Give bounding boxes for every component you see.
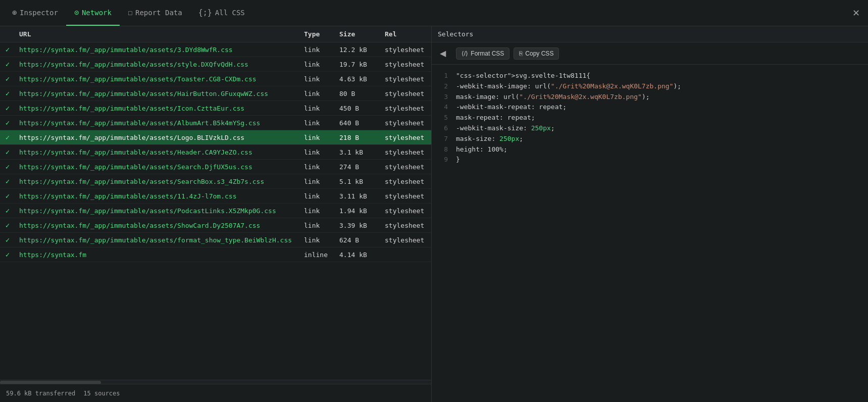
row-size: 624 B	[335, 236, 381, 244]
scrollbar-track[interactable]	[0, 380, 431, 384]
tab-all-css[interactable]: {;} All CSS	[190, 0, 253, 26]
row-rel: stylesheet	[381, 134, 431, 141]
status-footer: 59.6 kB transferred 15 sources	[0, 384, 431, 402]
table-header: URL Type Size Rel	[0, 26, 431, 42]
row-rel: stylesheet	[381, 46, 431, 54]
row-url: https://syntax.fm/_app/immutable/assets/…	[15, 148, 300, 156]
row-checkbox[interactable]: ✓	[0, 221, 15, 229]
row-url: https://syntax.fm/_app/immutable/assets/…	[15, 90, 300, 97]
copy-css-button[interactable]: ⎘ Copy CSS	[514, 47, 559, 60]
row-type: link	[300, 90, 335, 97]
row-url: https://syntax.fm/_app/immutable/assets/…	[15, 178, 300, 185]
collapse-button[interactable]: ◀	[438, 46, 448, 60]
tab-inspector[interactable]: ⊕ Inspector	[4, 0, 66, 26]
network-table-panel: URL Type Size Rel ✓ https://syntax.fm/_a…	[0, 26, 432, 402]
check-icon: ✓	[6, 221, 10, 229]
row-checkbox[interactable]: ✓	[0, 75, 15, 83]
right-panel-toolbar: ◀ ⟨/⟩ Format CSS ⎘ Copy CSS	[432, 42, 868, 65]
row-checkbox[interactable]: ✓	[0, 89, 15, 97]
row-type: link	[300, 134, 335, 141]
row-checkbox[interactable]: ✓	[0, 207, 15, 215]
row-size: 3.11 kB	[335, 192, 381, 200]
row-rel: stylesheet	[381, 207, 431, 215]
line-number: 6	[436, 123, 448, 134]
line-content: }	[456, 155, 460, 165]
row-checkbox[interactable]: ✓	[0, 104, 15, 112]
header-checkbox	[0, 30, 15, 38]
row-checkbox[interactable]: ✓	[0, 119, 15, 127]
row-checkbox[interactable]: ✓	[0, 148, 15, 156]
copy-css-icon: ⎘	[519, 50, 523, 57]
table-row[interactable]: ✓ https://syntax.fm/_app/immutable/asset…	[0, 57, 431, 72]
row-checkbox[interactable]: ✓	[0, 177, 15, 185]
table-row[interactable]: ✓ https://syntax.fm/_app/immutable/asset…	[0, 101, 431, 116]
code-line: 2 -webkit-mask-image: url("./Grit%20Mask…	[432, 81, 868, 92]
row-rel: stylesheet	[381, 236, 431, 244]
row-type: link	[300, 46, 335, 54]
tab-network-label: Network	[82, 9, 112, 17]
row-size: 12.2 kB	[335, 46, 381, 54]
row-checkbox[interactable]: ✓	[0, 163, 15, 171]
check-icon: ✓	[6, 236, 10, 244]
row-type: link	[300, 178, 335, 185]
code-line: 4 -webkit-mask-repeat: repeat;	[432, 102, 868, 113]
tab-report-label: Report Data	[135, 9, 182, 17]
row-size: 3.1 kB	[335, 148, 381, 156]
row-type: link	[300, 236, 335, 244]
code-line: 1 "css-selector">svg.svelte-1tw8111 {	[432, 71, 868, 81]
table-row[interactable]: ✓ https://syntax.fm/_app/immutable/asset…	[0, 145, 431, 160]
check-icon: ✓	[6, 250, 10, 259]
row-checkbox[interactable]: ✓	[0, 236, 15, 244]
transferred-stat: 59.6 kB transferred	[6, 390, 75, 397]
check-icon: ✓	[6, 177, 10, 185]
table-row[interactable]: ✓ https://syntax.fm/_app/immutable/asset…	[0, 160, 431, 174]
selectors-title: Selectors	[438, 30, 473, 38]
table-row[interactable]: ✓ https://syntax.fm/_app/immutable/asset…	[0, 174, 431, 189]
code-line: 6 -webkit-mask-size: 250px;	[432, 123, 868, 134]
tab-inspector-label: Inspector	[20, 9, 58, 17]
table-row[interactable]: ✓ https://syntax.fm/_app/immutable/asset…	[0, 204, 431, 218]
right-panel-header: Selectors	[432, 26, 868, 42]
code-line: 8 height: 100%;	[432, 144, 868, 155]
tab-report-data[interactable]: ☐ Report Data	[120, 0, 190, 26]
row-checkbox[interactable]: ✓	[0, 250, 15, 259]
row-rel: stylesheet	[381, 119, 431, 127]
format-css-label: Format CSS	[471, 50, 504, 57]
close-button[interactable]: ✕	[848, 6, 864, 21]
table-row[interactable]: ✓ https://syntax.fm/_app/immutable/asset…	[0, 42, 431, 57]
row-size: 4.14 kB	[335, 251, 381, 259]
row-size: 450 B	[335, 105, 381, 112]
table-row[interactable]: ✓ https://syntax.fm inline 4.14 kB	[0, 247, 431, 262]
row-checkbox[interactable]: ✓	[0, 133, 15, 141]
table-row[interactable]: ✓ https://syntax.fm/_app/immutable/asset…	[0, 72, 431, 86]
row-rel: stylesheet	[381, 163, 431, 171]
check-icon: ✓	[6, 119, 10, 127]
row-url: https://syntax.fm/_app/immutable/assets/…	[15, 222, 300, 229]
row-type: link	[300, 119, 335, 127]
line-content: "css-selector">svg.svelte-1tw8111	[456, 71, 586, 81]
row-size: 274 B	[335, 163, 381, 171]
check-icon: ✓	[6, 163, 10, 171]
row-url: https://syntax.fm/_app/immutable/assets/…	[15, 46, 300, 54]
row-url: https://syntax.fm/_app/immutable/assets/…	[15, 105, 300, 112]
report-icon: ☐	[128, 8, 132, 17]
row-checkbox[interactable]: ✓	[0, 60, 15, 68]
table-row[interactable]: ✓ https://syntax.fm/_app/immutable/asset…	[0, 130, 431, 145]
row-checkbox[interactable]: ✓	[0, 45, 15, 54]
table-row[interactable]: ✓ https://syntax.fm/_app/immutable/asset…	[0, 86, 431, 101]
tab-network[interactable]: ⊙ Network	[66, 0, 120, 26]
table-row[interactable]: ✓ https://syntax.fm/_app/immutable/asset…	[0, 116, 431, 130]
table-row[interactable]: ✓ https://syntax.fm/_app/immutable/asset…	[0, 218, 431, 233]
check-icon: ✓	[6, 133, 10, 141]
line-number: 1	[436, 71, 448, 81]
table-row[interactable]: ✓ https://syntax.fm/_app/immutable/asset…	[0, 233, 431, 247]
row-size: 5.1 kB	[335, 178, 381, 185]
format-css-button[interactable]: ⟨/⟩ Format CSS	[456, 47, 509, 60]
row-rel: stylesheet	[381, 90, 431, 97]
row-url: https://syntax.fm/_app/immutable/assets/…	[15, 61, 300, 68]
check-icon: ✓	[6, 207, 10, 215]
table-row[interactable]: ✓ https://syntax.fm/_app/immutable/asset…	[0, 189, 431, 204]
line-number: 7	[436, 134, 448, 144]
row-type: link	[300, 163, 335, 171]
row-checkbox[interactable]: ✓	[0, 192, 15, 200]
